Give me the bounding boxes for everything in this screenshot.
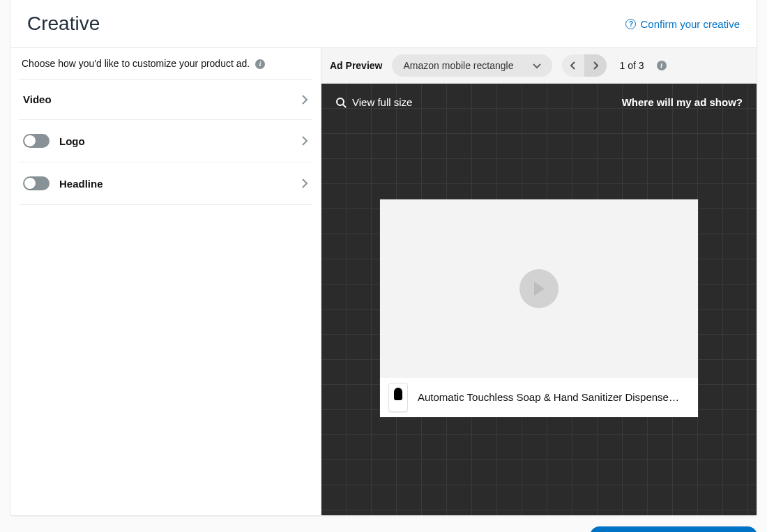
option-headline[interactable]: Headline [19, 162, 312, 205]
svg-point-0 [337, 98, 344, 105]
product-title: Automatic Touchless Soap & Hand Sanitize… [418, 391, 679, 403]
format-select[interactable]: Amazon mobile rectangle [392, 54, 552, 77]
chevron-down-icon [533, 60, 541, 71]
pager-count: 1 of 3 [619, 60, 644, 71]
logo-toggle[interactable] [23, 134, 50, 148]
where-will-ad-show-link[interactable]: Where will my ad show? [622, 96, 743, 108]
option-video[interactable]: Video [19, 79, 312, 120]
view-full-size-link[interactable]: View full size [335, 96, 412, 108]
help-icon: ? [625, 19, 636, 29]
search-icon [335, 97, 347, 108]
chevron-right-icon [301, 178, 308, 188]
option-video-label: Video [23, 93, 52, 105]
customize-panel: Choose how you'd like to customize your … [10, 48, 321, 515]
preview-label: Ad Preview [330, 60, 382, 71]
info-icon[interactable]: i [255, 59, 265, 69]
view-full-size-label: View full size [352, 96, 412, 108]
chevron-right-icon [301, 95, 308, 105]
preview-canvas: View full size Where will my ad show? [321, 84, 757, 515]
creative-card: Creative ? Confirm your creative Choose … [10, 0, 757, 516]
pager-next-button[interactable] [584, 54, 607, 77]
play-icon [519, 269, 559, 308]
instruction-text: Choose how you'd like to customize your … [19, 58, 312, 79]
primary-action-button[interactable] [590, 526, 757, 532]
preview-pager [562, 54, 607, 77]
preview-toolbar: Ad Preview Amazon mobile rectangle [321, 48, 757, 84]
info-icon[interactable]: i [657, 61, 667, 70]
option-logo-label: Logo [59, 135, 85, 147]
confirm-creative-label: Confirm your creative [640, 18, 740, 30]
option-logo[interactable]: Logo [19, 120, 312, 162]
card-header: Creative ? Confirm your creative [10, 0, 757, 48]
ad-preview-tile: Automatic Touchless Soap & Hand Sanitize… [380, 199, 698, 417]
ad-media-area[interactable] [380, 199, 698, 378]
ad-footer: Automatic Touchless Soap & Hand Sanitize… [380, 378, 698, 417]
confirm-creative-link[interactable]: ? Confirm your creative [625, 18, 740, 30]
headline-toggle[interactable] [23, 176, 50, 190]
option-headline-label: Headline [59, 178, 103, 190]
chevron-right-icon [301, 136, 308, 146]
svg-line-1 [343, 105, 346, 107]
card-body: Choose how you'd like to customize your … [10, 48, 757, 515]
preview-panel: Ad Preview Amazon mobile rectangle [321, 48, 757, 515]
product-thumbnail [388, 383, 408, 412]
page-title: Creative [27, 13, 100, 35]
pager-prev-button[interactable] [562, 54, 584, 77]
format-selected-value: Amazon mobile rectangle [403, 60, 513, 71]
